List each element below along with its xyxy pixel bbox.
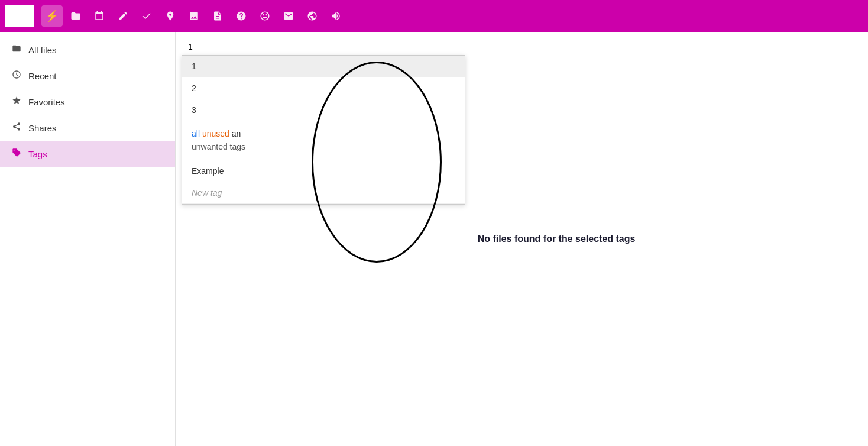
speaker-icon[interactable] [325, 5, 346, 27]
document-icon[interactable] [207, 5, 228, 27]
calendar-icon[interactable] [89, 5, 110, 27]
mail-icon[interactable] [278, 5, 299, 27]
sidebar-item-label: Favorites [28, 97, 65, 107]
sidebar-item-label: Recent [28, 71, 57, 81]
check-icon[interactable] [136, 5, 157, 27]
sidebar-item-all-files[interactable]: All files [0, 37, 175, 63]
topbar: ⚡ [0, 0, 868, 32]
help-icon[interactable] [231, 5, 252, 27]
tag-dropdown-item-example[interactable]: Example [182, 160, 465, 182]
lightning-icon[interactable]: ⚡ [41, 5, 63, 27]
sidebar-item-label: All files [28, 45, 57, 55]
tag-unwanted-link[interactable]: unwanted tags [192, 142, 245, 151]
sidebar-item-label: Tags [28, 149, 47, 159]
tag-dropdown-item-all[interactable]: all unused an unwanted tags [182, 121, 465, 160]
emoji-icon[interactable] [254, 5, 276, 27]
globe-icon[interactable] [302, 5, 323, 27]
clock-icon [12, 70, 21, 82]
tag-dropdown-item-1[interactable]: 1 [182, 56, 465, 77]
folder-icon[interactable] [65, 5, 86, 27]
main-layout: All files Recent Favorites Shares Tags [0, 32, 868, 446]
star-icon [12, 96, 21, 108]
sidebar-item-label: Shares [28, 123, 57, 133]
share-icon [12, 122, 21, 134]
pencil-icon[interactable] [112, 5, 134, 27]
tag-dropdown: 1 2 3 all unused an unwanted tags Exampl… [182, 55, 465, 205]
tag-dropdown-item-3[interactable]: 3 [182, 99, 465, 121]
sidebar-item-tags[interactable]: Tags [0, 141, 175, 167]
no-files-message: No files found for the selected tags [478, 234, 636, 244]
folder-icon [12, 44, 21, 56]
tag-dropdown-item-new[interactable]: New tag [182, 182, 465, 204]
tag-all-link[interactable]: all [192, 129, 200, 138]
main-content: 1 2 3 all unused an unwanted tags Exampl… [176, 32, 868, 446]
tag-an-label: an [232, 129, 241, 138]
app-logo[interactable] [5, 5, 34, 27]
tag-dropdown-item-2[interactable]: 2 [182, 77, 465, 99]
sidebar-item-favorites[interactable]: Favorites [0, 89, 175, 115]
image-icon[interactable] [183, 5, 205, 27]
tag-dropdown-container: 1 2 3 all unused an unwanted tags Exampl… [182, 38, 465, 205]
tag-unused-link[interactable]: unused [202, 129, 229, 138]
link-icon[interactable] [160, 5, 181, 27]
sidebar-item-shares[interactable]: Shares [0, 115, 175, 141]
tag-icon [12, 148, 21, 160]
sidebar: All files Recent Favorites Shares Tags [0, 32, 176, 446]
tag-search-input[interactable] [188, 42, 459, 51]
sidebar-item-recent[interactable]: Recent [0, 63, 175, 89]
tag-input-wrapper [182, 38, 465, 55]
